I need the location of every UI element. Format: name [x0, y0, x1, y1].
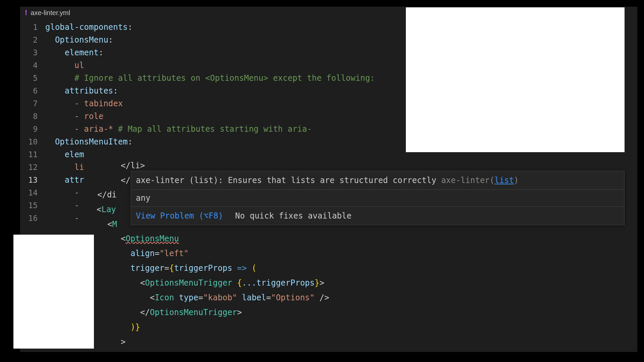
code-line[interactable]: attributes: [45, 84, 375, 97]
code-line[interactable]: global-components: [45, 21, 375, 34]
line-number[interactable]: 7 [20, 97, 44, 110]
view-problem-link[interactable]: View Problem (⌥F8) [136, 209, 223, 222]
diagnostic-rule-link[interactable]: list [494, 176, 514, 185]
diagnostic-hover-popup: axe-linter (list): Ensures that lists ar… [131, 171, 625, 225]
code-fragment[interactable]: </di [97, 188, 117, 201]
yaml-file-icon: ! [25, 6, 27, 19]
line-number[interactable]: 15 [20, 199, 44, 212]
line-number[interactable]: 3 [20, 46, 44, 59]
code-line[interactable]: OptionsMenuItem: [45, 135, 375, 148]
code-line[interactable]: element: [45, 46, 375, 59]
line-number[interactable]: 13 [20, 174, 44, 186]
redaction-block [406, 7, 625, 152]
line-number[interactable]: 5 [20, 72, 44, 84]
line-number[interactable]: 4 [20, 59, 44, 72]
line-number[interactable]: 9 [20, 123, 44, 135]
redaction-block [13, 235, 94, 349]
diagnostic-type: any [131, 189, 624, 207]
line-number[interactable]: 6 [20, 84, 44, 97]
diagnostic-prefix: axe-linter (list): [136, 176, 223, 185]
line-number[interactable]: 1 [20, 21, 44, 34]
line-number-gutter[interactable]: 1 2 3 4 5 6 7 8 9 10 11 12 13 14 15 16 [20, 21, 44, 225]
code-line[interactable]: - aria-* # Map all attributes starting w… [45, 123, 375, 135]
code-fragment[interactable]: <Lay [97, 203, 116, 216]
code-line[interactable]: trigger={triggerProps => ( [121, 261, 329, 276]
code-line[interactable]: OptionsMenu: [45, 34, 375, 46]
code-line[interactable]: ul [45, 59, 375, 72]
code-line[interactable]: )} [121, 320, 329, 335]
code-line[interactable]: align="left" [121, 246, 329, 261]
no-quick-fix-label: No quick fixes available [235, 209, 352, 222]
line-number[interactable]: 16 [20, 212, 44, 225]
tab-filename: axe-linter.yml [31, 6, 70, 19]
code-line[interactable]: - role [45, 110, 375, 123]
code-line[interactable]: # Ignore all attributes on <OptionsMenu>… [45, 72, 375, 84]
code-line[interactable]: > [121, 335, 329, 349]
diagnostic-text: Ensures that lists are structured correc… [228, 176, 436, 185]
line-number[interactable]: 14 [20, 186, 44, 199]
code-line[interactable]: - tabindex [45, 97, 375, 110]
code-line[interactable]: <OptionsMenuTrigger {...triggerProps}> [121, 276, 329, 290]
code-line[interactable]: <Icon type="kabob" label="Options" /> [121, 290, 329, 305]
error-token[interactable]: OptionsMenu [125, 234, 179, 243]
line-number[interactable]: 12 [20, 161, 44, 174]
code-line[interactable]: </OptionsMenuTrigger> [121, 305, 329, 320]
diagnostic-actions: View Problem (⌥F8) No quick fixes availa… [131, 207, 624, 225]
line-number[interactable]: 10 [20, 135, 44, 148]
code-line[interactable]: <OptionsMenu [121, 231, 329, 246]
diagnostic-source: axe-linter( [441, 176, 494, 185]
line-number[interactable]: 11 [20, 148, 44, 161]
code-fragment[interactable]: <M [107, 218, 117, 231]
line-number[interactable]: 2 [20, 34, 44, 46]
line-number[interactable]: 8 [20, 110, 44, 123]
editor-tab[interactable]: ! axe-linter.yml [20, 7, 75, 18]
diagnostic-message: axe-linter (list): Ensures that lists ar… [131, 171, 624, 189]
